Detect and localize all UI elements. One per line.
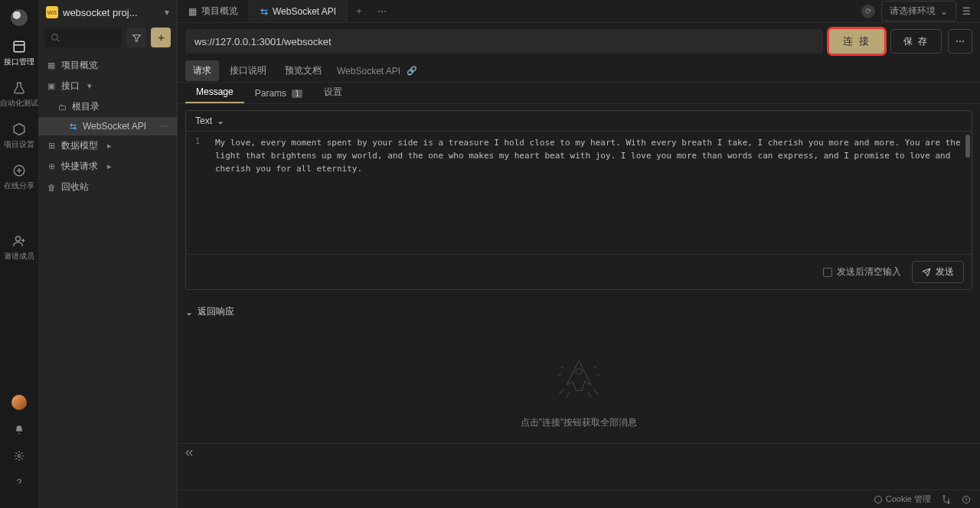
- content-type-select[interactable]: Text ⌄: [195, 116, 224, 126]
- tree-label: 回收站: [61, 181, 89, 194]
- plus-icon: [156, 33, 166, 43]
- tree-label: 数据模型: [61, 139, 98, 152]
- caret-down-icon: ⌄: [185, 307, 193, 318]
- clear-after-send-checkbox[interactable]: 发送后清空输入: [823, 265, 901, 278]
- params-count: 1: [292, 90, 302, 98]
- share-icon: [12, 164, 26, 177]
- filter-button[interactable]: [126, 28, 146, 47]
- url-input[interactable]: ws://127.0.0.1:3001/websocket: [185, 29, 823, 54]
- rail-item-invite[interactable]: 邀请成员: [4, 234, 34, 262]
- sync-button[interactable]: ⟳: [861, 5, 875, 18]
- msgtab-settings[interactable]: 设置: [313, 81, 353, 103]
- box-icon: [12, 122, 26, 136]
- message-editor: Text ⌄ 1 My love, every moment spent by …: [185, 110, 972, 290]
- tree: ▦ 项目概览 ▣ 接口 ▾ 🗀 根目录 ⇆ WebSocket API ⋯ ⊞ …: [38, 54, 177, 199]
- tree-label: 快捷请求: [61, 160, 98, 173]
- bell-icon[interactable]: [13, 424, 25, 436]
- rail-label: 自动化测试: [0, 98, 38, 109]
- svg-point-3: [18, 454, 21, 458]
- tab-websocket[interactable]: ⇆ WebSocket API: [250, 0, 348, 22]
- env-select[interactable]: 请选择环境 ⌄: [881, 1, 956, 21]
- caret-right-icon: ▸: [104, 161, 115, 172]
- svg-point-6: [874, 496, 881, 503]
- avatar[interactable]: [11, 395, 27, 410]
- git-icon[interactable]: [942, 495, 951, 504]
- msgtab-message[interactable]: Message: [185, 82, 244, 103]
- more-actions-button[interactable]: ⋯: [948, 29, 972, 54]
- connect-button[interactable]: 连 接: [829, 29, 884, 54]
- caret-down-icon: ⌄: [940, 6, 948, 17]
- trash-icon: 🗑: [46, 182, 57, 193]
- item-menu-icon[interactable]: ⋯: [160, 121, 169, 132]
- tree-trash[interactable]: 🗑 回收站: [38, 177, 177, 197]
- rail-label: 项目设置: [4, 139, 34, 150]
- cookie-manage[interactable]: Cookie 管理: [874, 493, 931, 505]
- svg-rect-0: [14, 41, 24, 52]
- tree-quickreq[interactable]: ⊕ 快捷请求 ▸: [38, 156, 177, 177]
- svg-point-5: [576, 369, 582, 375]
- response-toggle[interactable]: ⌄ 返回响应: [185, 302, 972, 326]
- rail-item-api[interactable]: 接口管理: [4, 40, 34, 67]
- tree-label: 项目概览: [61, 59, 98, 72]
- hamburger-button[interactable]: ☰: [962, 6, 971, 17]
- tree-overview[interactable]: ▦ 项目概览: [38, 55, 177, 76]
- api-icon: [12, 40, 26, 54]
- checkbox-icon: [823, 268, 832, 277]
- params-label: Params: [255, 88, 286, 99]
- tree-websocket-api[interactable]: ⇆ WebSocket API ⋯: [38, 117, 177, 135]
- send-button[interactable]: 发送: [912, 261, 964, 283]
- left-rail: 接口管理 自动化测试 项目设置 在线分享 邀请成员: [0, 0, 38, 508]
- tab-overview[interactable]: ▦ 项目概览: [178, 0, 250, 22]
- save-button[interactable]: 保 存: [890, 29, 942, 54]
- project-selector[interactable]: WS websocket proj... ▾: [38, 0, 177, 24]
- link-icon[interactable]: 🔗: [407, 66, 417, 76]
- tree-root-folder[interactable]: 🗀 根目录: [38, 96, 177, 117]
- empty-hint: 点击"连接"按钮获取全部消息: [521, 416, 638, 429]
- send-label: 发送: [936, 265, 954, 278]
- user-plus-icon: [12, 234, 26, 248]
- gear-icon[interactable]: [13, 450, 25, 462]
- rail-item-share[interactable]: 在线分享: [4, 164, 34, 191]
- api-name-label: WebSocket API: [337, 66, 400, 77]
- api-group-icon: ▣: [46, 81, 57, 92]
- tab-add-button[interactable]: ＋: [348, 5, 371, 18]
- status-bar: Cookie 管理: [178, 490, 980, 508]
- folder-icon: 🗀: [57, 102, 67, 112]
- help-icon[interactable]: [13, 476, 25, 488]
- msgtab-params[interactable]: Params 1: [244, 83, 313, 103]
- env-placeholder: 请选择环境: [890, 5, 936, 18]
- overview-icon: ▦: [46, 60, 57, 71]
- clock-icon[interactable]: [962, 495, 971, 504]
- chevron-left-icon: [184, 448, 194, 458]
- tab-more-button[interactable]: ⋯: [371, 6, 394, 17]
- url-value: ws://127.0.0.1:3001/websocket: [194, 36, 332, 47]
- collapse-button[interactable]: [178, 443, 980, 461]
- search-input[interactable]: [44, 28, 122, 47]
- svg-point-2: [16, 236, 21, 241]
- flask-icon: [12, 81, 26, 95]
- subtab-api-desc[interactable]: 接口说明: [222, 60, 274, 81]
- caret-right-icon: ▸: [104, 141, 115, 151]
- rail-label: 在线分享: [4, 181, 34, 191]
- rail-item-settings[interactable]: 项目设置: [4, 122, 34, 150]
- project-name: websocket proj...: [63, 7, 157, 18]
- explorer-panel: WS websocket proj... ▾ ▦ 项目概览 ▣ 接口 ▾ 🗀: [38, 0, 178, 508]
- svg-point-4: [52, 34, 58, 40]
- tree-label: 根目录: [72, 100, 100, 113]
- checkbox-label: 发送后清空输入: [837, 265, 901, 278]
- tree-label: 接口: [61, 80, 80, 93]
- tab-label: 项目概览: [201, 5, 238, 18]
- tree-api[interactable]: ▣ 接口 ▾: [38, 76, 177, 96]
- tree-datamodel[interactable]: ⊞ 数据模型 ▸: [38, 135, 177, 156]
- subtab-preview-doc[interactable]: 预览文档: [277, 60, 329, 81]
- bolt-icon: ⊕: [46, 161, 57, 172]
- main-panel: ▦ 项目概览 ⇆ WebSocket API ＋ ⋯ ⟳ 请选择环境 ⌄ ☰ w…: [178, 0, 980, 508]
- rail-item-test[interactable]: 自动化测试: [0, 81, 38, 109]
- rail-label: 接口管理: [4, 57, 34, 67]
- subtab-request[interactable]: 请求: [185, 60, 219, 81]
- editor-textarea[interactable]: My love, every moment spent by your side…: [209, 132, 972, 254]
- rail-label: 邀请成员: [4, 251, 34, 262]
- scrollbar[interactable]: [965, 135, 970, 158]
- response-section: ⌄ 返回响应 点击"连接"按钮获取全部消息: [178, 296, 980, 443]
- add-button[interactable]: [151, 28, 171, 47]
